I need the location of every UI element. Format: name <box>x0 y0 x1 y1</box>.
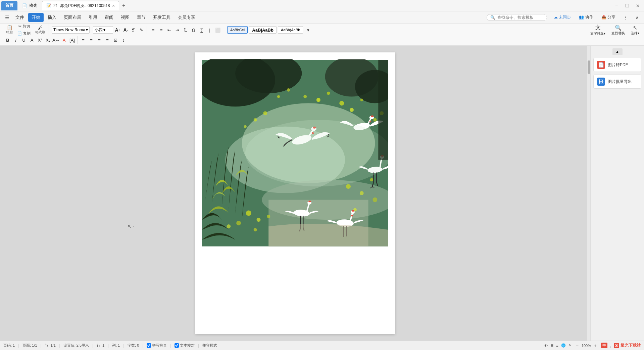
menu-view[interactable]: 视图 <box>117 13 133 22</box>
minimize-button[interactable]: − <box>612 1 621 10</box>
menu-start[interactable]: 开始 <box>28 13 44 22</box>
font-name-selector[interactable]: Times New Roma ▾ <box>52 26 90 34</box>
search-input[interactable] <box>497 15 544 20</box>
vertical-scrollbar[interactable] <box>587 46 590 341</box>
menu-reference[interactable]: 引用 <box>85 13 101 22</box>
shrink-font-button[interactable]: A- <box>122 26 129 34</box>
indent-button[interactable]: ⇥ <box>174 26 181 34</box>
right-actions: ☁ 未同步 👥 协作 📤 分享 ⋮ ∧ <box>551 13 641 21</box>
style-normal[interactable]: AaBbCcI <box>227 26 248 34</box>
italic-button[interactable]: I <box>12 36 19 44</box>
align-left-button[interactable]: ≡ <box>80 36 87 44</box>
search-box[interactable]: 🔍 <box>487 14 547 21</box>
svg-point-10 <box>327 92 330 95</box>
lang-indicator[interactable]: 中 <box>601 343 607 348</box>
toolbar: 📋 粘贴 ✂ 剪切 📄 复制 🖌 格式刷 Times New Roma <box>0 24 644 46</box>
eye-icon-button[interactable]: 👁 <box>544 344 548 348</box>
format-misc2-button[interactable]: ✎ <box>138 26 145 34</box>
text-layout-button[interactable]: 文 文字排版▾ <box>588 24 607 37</box>
cut-icon: ✂ <box>18 24 21 29</box>
spell-check-input[interactable] <box>147 343 151 348</box>
format-misc1-button[interactable]: ❡ <box>130 26 137 34</box>
tab-home[interactable]: 首页 <box>1 1 17 10</box>
menu-review[interactable]: 审阅 <box>101 13 117 22</box>
close-button[interactable]: ✕ <box>633 1 643 10</box>
svg-point-29 <box>360 191 364 195</box>
outdent-button[interactable]: ⇤ <box>166 26 173 34</box>
menu-dev-tools[interactable]: 开发工具 <box>150 13 174 22</box>
img-batch-export-label: 图片批量导出 <box>608 79 632 85</box>
format-painter-button[interactable]: 🖌 格式刷 <box>33 25 47 35</box>
svg-point-22 <box>246 210 251 216</box>
share-button[interactable]: 📤 分享 <box>599 13 618 21</box>
collapse-button[interactable]: ∧ <box>633 14 641 21</box>
zoom-in-button[interactable]: + <box>592 343 598 349</box>
sort-button[interactable]: ⇅ <box>182 26 189 34</box>
underline-button[interactable]: U <box>20 36 28 44</box>
insert-line-button[interactable]: | <box>206 26 213 34</box>
insert-shape-button[interactable]: ⬜ <box>214 26 221 34</box>
align-center-button[interactable]: ≡ <box>88 36 95 44</box>
style-heading2[interactable]: AaBb(AaBb <box>278 26 303 34</box>
sync-button[interactable]: ☁ 未同步 <box>551 13 574 21</box>
numbered-list-button[interactable]: ≡ <box>158 26 165 34</box>
list-group: ≡ ≡ ⇤ ⇥ ⇅ Ω ∑ | ⬜ <box>148 26 223 34</box>
edit-button[interactable]: ✎ <box>568 343 572 348</box>
collaborate-button[interactable]: 👥 协作 <box>576 13 596 21</box>
align-right-button[interactable]: ≡ <box>96 36 103 44</box>
scroll-thumb[interactable] <box>588 60 590 74</box>
web-button[interactable]: 🌐 <box>561 343 566 348</box>
menu-chapter[interactable]: 章节 <box>134 13 149 22</box>
font-color-button[interactable]: A <box>28 36 36 44</box>
paste-button[interactable]: 📋 粘贴 <box>4 25 15 35</box>
font-size-selector[interactable]: 小四 ▾ <box>93 26 113 34</box>
font-group: Times New Roma ▾ 小四 ▾ A+ A- ❡ ✎ <box>50 26 147 34</box>
select-button[interactable]: ↖ 选择▾ <box>629 24 641 36</box>
cut-button[interactable]: ✂ 剪切 <box>15 23 33 30</box>
math-button[interactable]: ∑ <box>198 26 205 34</box>
doc-compare-input[interactable] <box>175 343 179 348</box>
bold-button[interactable]: B <box>4 36 11 44</box>
img-batch-export-button[interactable]: 🖼 图片批量导出 <box>593 75 641 89</box>
outline-button[interactable]: ≡ <box>556 344 558 348</box>
page-total-label: 页面: 1/1 <box>22 343 37 348</box>
bullet-list-button[interactable]: ≡ <box>150 26 157 34</box>
window-controls: − ❐ ✕ <box>612 1 643 10</box>
menu-vip[interactable]: 会员专享 <box>175 13 199 22</box>
doc-compare-checkbox[interactable]: 文本校对 <box>175 343 195 348</box>
close-tab-button[interactable]: ✕ <box>112 4 115 8</box>
style-heading1[interactable]: AaB|AaBb <box>249 26 277 34</box>
zoom-out-button[interactable]: − <box>574 343 580 349</box>
find-replace-button[interactable]: 🔍 查找替换 <box>609 24 627 36</box>
menu-page-layout[interactable]: 页面布局 <box>60 13 85 22</box>
menu-insert[interactable]: 插入 <box>44 13 60 22</box>
hamburger-menu-button[interactable]: ☰ <box>3 13 11 22</box>
draft-icon: 📄 <box>22 3 27 8</box>
img-to-pdf-button[interactable]: 📄 图片转PDF <box>593 58 641 72</box>
new-tab-button[interactable]: + <box>120 2 128 10</box>
svg-point-13 <box>350 108 354 112</box>
tab-draft[interactable]: 📄 稿壳 <box>18 1 41 10</box>
svg-point-51 <box>245 120 388 186</box>
highlight-button[interactable]: A <box>60 36 68 44</box>
more-button[interactable]: ⋮ <box>621 14 630 21</box>
char-spacing-button[interactable]: A↔ <box>52 36 60 44</box>
justify-button[interactable]: ≡ <box>104 36 111 44</box>
superscript-button[interactable]: X² <box>36 36 44 44</box>
page-number-status: 页码: 1 <box>3 343 15 348</box>
distribute-button[interactable]: ⊡ <box>112 36 119 44</box>
doc-icon: 📝 <box>46 3 51 8</box>
restore-button[interactable]: ❐ <box>623 1 632 10</box>
tab-doc[interactable]: 📝 21_赤兔PDF转换...0921100518 ✕ <box>42 1 119 10</box>
more-styles-button[interactable]: ▾ <box>304 26 312 34</box>
symbol-button[interactable]: Ω <box>190 26 197 34</box>
text-border-button[interactable]: [A] <box>68 36 76 44</box>
subscript-button[interactable]: X₂ <box>44 36 52 44</box>
panel-scroll-up[interactable]: ▲ <box>612 48 623 55</box>
word-count-label: 字数: 0 <box>128 343 139 348</box>
grow-font-button[interactable]: A+ <box>114 26 121 34</box>
spell-check-checkbox[interactable]: 拼写检查 <box>147 343 167 348</box>
menu-file[interactable]: 文件 <box>12 13 28 22</box>
line-spacing-button[interactable]: ↕ <box>120 36 127 44</box>
layout-button[interactable]: ⊞ <box>550 343 553 348</box>
